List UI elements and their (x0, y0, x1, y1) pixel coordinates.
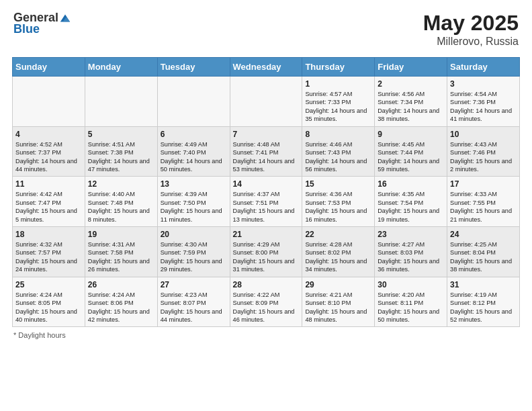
cell-content: Sunrise: 4:45 AMSunset: 7:44 PMDaylight:… (378, 140, 444, 174)
calendar-cell: 28Sunrise: 4:22 AMSunset: 8:09 PMDayligh… (230, 277, 302, 327)
calendar-day-header: Thursday (302, 58, 375, 77)
cell-content: Sunrise: 4:56 AMSunset: 7:34 PMDaylight:… (378, 90, 444, 124)
day-number: 3 (450, 79, 517, 89)
day-number: 31 (450, 280, 517, 289)
day-number: 9 (378, 130, 444, 139)
day-number: 10 (450, 130, 517, 139)
cell-content: Sunrise: 4:49 AMSunset: 7:40 PMDaylight:… (161, 140, 227, 174)
calendar-cell: 15Sunrise: 4:36 AMSunset: 7:53 PMDayligh… (302, 177, 375, 227)
day-number: 11 (15, 179, 82, 189)
cell-content: Sunrise: 4:48 AMSunset: 7:41 PMDaylight:… (233, 140, 300, 174)
day-number: 17 (450, 179, 517, 189)
cell-content: Sunrise: 4:25 AMSunset: 8:04 PMDaylight:… (450, 240, 517, 274)
calendar-cell: 30Sunrise: 4:20 AMSunset: 8:11 PMDayligh… (375, 277, 447, 327)
day-number: 27 (161, 280, 227, 289)
calendar-day-header: Friday (375, 58, 447, 77)
calendar-cell: 10Sunrise: 4:43 AMSunset: 7:46 PMDayligh… (447, 126, 520, 177)
calendar: SundayMondayTuesdayWednesdayThursdayFrid… (7, 57, 525, 327)
footer-note: * Daylight hours (7, 331, 525, 339)
calendar-cell: 23Sunrise: 4:27 AMSunset: 8:03 PMDayligh… (375, 227, 447, 277)
calendar-cell (157, 77, 230, 127)
calendar-week-row: 1Sunrise: 4:57 AMSunset: 7:33 PMDaylight… (13, 77, 520, 127)
calendar-cell: 29Sunrise: 4:21 AMSunset: 8:10 PMDayligh… (302, 277, 375, 327)
day-number: 1 (305, 79, 371, 89)
cell-content: Sunrise: 4:32 AMSunset: 7:57 PMDaylight:… (15, 240, 82, 274)
cell-content: Sunrise: 4:19 AMSunset: 8:12 PMDaylight:… (450, 291, 517, 324)
day-number: 18 (15, 230, 82, 239)
calendar-cell: 21Sunrise: 4:29 AMSunset: 8:00 PMDayligh… (230, 227, 302, 277)
cell-content: Sunrise: 4:27 AMSunset: 8:03 PMDaylight:… (378, 240, 444, 274)
day-number: 25 (15, 280, 82, 289)
day-number: 5 (88, 130, 154, 139)
calendar-cell (85, 77, 157, 127)
day-number: 15 (305, 179, 371, 189)
calendar-day-header: Tuesday (157, 58, 230, 77)
calendar-cell: 16Sunrise: 4:35 AMSunset: 7:54 PMDayligh… (375, 177, 447, 227)
cell-content: Sunrise: 4:23 AMSunset: 8:07 PMDaylight:… (161, 291, 227, 324)
calendar-cell: 4Sunrise: 4:52 AMSunset: 7:37 PMDaylight… (13, 126, 85, 177)
day-number: 29 (305, 280, 371, 289)
day-number: 12 (88, 179, 154, 189)
calendar-cell: 22Sunrise: 4:28 AMSunset: 8:02 PMDayligh… (302, 227, 375, 277)
calendar-table: SundayMondayTuesdayWednesdayThursdayFrid… (12, 57, 520, 327)
calendar-cell: 27Sunrise: 4:23 AMSunset: 8:07 PMDayligh… (157, 277, 230, 327)
cell-content: Sunrise: 4:40 AMSunset: 7:48 PMDaylight:… (88, 190, 154, 224)
day-number: 20 (161, 230, 227, 239)
cell-content: Sunrise: 4:51 AMSunset: 7:38 PMDaylight:… (88, 140, 154, 174)
calendar-header-row: SundayMondayTuesdayWednesdayThursdayFrid… (13, 58, 520, 77)
calendar-week-row: 4Sunrise: 4:52 AMSunset: 7:37 PMDaylight… (13, 126, 520, 177)
calendar-day-header: Saturday (447, 58, 520, 77)
calendar-cell: 17Sunrise: 4:33 AMSunset: 7:55 PMDayligh… (447, 177, 520, 227)
calendar-cell: 18Sunrise: 4:32 AMSunset: 7:57 PMDayligh… (13, 227, 85, 277)
cell-content: Sunrise: 4:54 AMSunset: 7:36 PMDaylight:… (450, 90, 517, 124)
cell-content: Sunrise: 4:52 AMSunset: 7:37 PMDaylight:… (15, 140, 82, 174)
cell-content: Sunrise: 4:22 AMSunset: 8:09 PMDaylight:… (233, 291, 300, 324)
calendar-week-row: 25Sunrise: 4:24 AMSunset: 8:05 PMDayligh… (13, 277, 520, 327)
calendar-week-row: 11Sunrise: 4:42 AMSunset: 7:47 PMDayligh… (13, 177, 520, 227)
calendar-cell: 5Sunrise: 4:51 AMSunset: 7:38 PMDaylight… (85, 126, 157, 177)
day-number: 7 (233, 130, 300, 139)
cell-content: Sunrise: 4:24 AMSunset: 8:05 PMDaylight:… (15, 291, 82, 324)
day-number: 19 (88, 230, 154, 239)
day-number: 22 (305, 230, 371, 239)
calendar-cell: 3Sunrise: 4:54 AMSunset: 7:36 PMDaylight… (447, 77, 520, 127)
cell-content: Sunrise: 4:31 AMSunset: 7:58 PMDaylight:… (88, 240, 154, 274)
cell-content: Sunrise: 4:20 AMSunset: 8:11 PMDaylight:… (378, 291, 444, 324)
logo-icon (59, 12, 71, 24)
cell-content: Sunrise: 4:57 AMSunset: 7:33 PMDaylight:… (305, 90, 371, 124)
cell-content: Sunrise: 4:28 AMSunset: 8:02 PMDaylight:… (305, 240, 371, 274)
day-number: 28 (233, 280, 300, 289)
calendar-cell: 1Sunrise: 4:57 AMSunset: 7:33 PMDaylight… (302, 77, 375, 127)
calendar-cell: 26Sunrise: 4:24 AMSunset: 8:06 PMDayligh… (85, 277, 157, 327)
cell-content: Sunrise: 4:21 AMSunset: 8:10 PMDaylight:… (305, 291, 371, 324)
day-number: 2 (378, 79, 444, 89)
day-number: 23 (378, 230, 444, 239)
calendar-cell: 11Sunrise: 4:42 AMSunset: 7:47 PMDayligh… (13, 177, 85, 227)
calendar-day-header: Wednesday (230, 58, 302, 77)
cell-content: Sunrise: 4:35 AMSunset: 7:54 PMDaylight:… (378, 190, 444, 224)
calendar-day-header: Monday (85, 58, 157, 77)
calendar-cell: 20Sunrise: 4:30 AMSunset: 7:59 PMDayligh… (157, 227, 230, 277)
cell-content: Sunrise: 4:24 AMSunset: 8:06 PMDaylight:… (88, 291, 154, 324)
day-number: 6 (161, 130, 227, 139)
cell-content: Sunrise: 4:36 AMSunset: 7:53 PMDaylight:… (305, 190, 371, 224)
calendar-cell: 12Sunrise: 4:40 AMSunset: 7:48 PMDayligh… (85, 177, 157, 227)
calendar-cell (230, 77, 302, 127)
calendar-cell: 6Sunrise: 4:49 AMSunset: 7:40 PMDaylight… (157, 126, 230, 177)
logo: General Blue (13, 11, 71, 36)
header: General Blue May 2025 Millerovo, Russia (7, 7, 525, 52)
logo-blue-text: Blue (13, 22, 40, 36)
day-number: 21 (233, 230, 300, 239)
day-number: 24 (450, 230, 517, 239)
day-number: 26 (88, 280, 154, 289)
day-number: 16 (378, 179, 444, 189)
cell-content: Sunrise: 4:37 AMSunset: 7:51 PMDaylight:… (233, 190, 300, 224)
calendar-cell: 14Sunrise: 4:37 AMSunset: 7:51 PMDayligh… (230, 177, 302, 227)
day-number: 30 (378, 280, 444, 289)
calendar-week-row: 18Sunrise: 4:32 AMSunset: 7:57 PMDayligh… (13, 227, 520, 277)
cell-content: Sunrise: 4:46 AMSunset: 7:43 PMDaylight:… (305, 140, 371, 174)
calendar-cell: 24Sunrise: 4:25 AMSunset: 8:04 PMDayligh… (447, 227, 520, 277)
calendar-day-header: Sunday (13, 58, 85, 77)
calendar-cell: 25Sunrise: 4:24 AMSunset: 8:05 PMDayligh… (13, 277, 85, 327)
calendar-cell: 31Sunrise: 4:19 AMSunset: 8:12 PMDayligh… (447, 277, 520, 327)
